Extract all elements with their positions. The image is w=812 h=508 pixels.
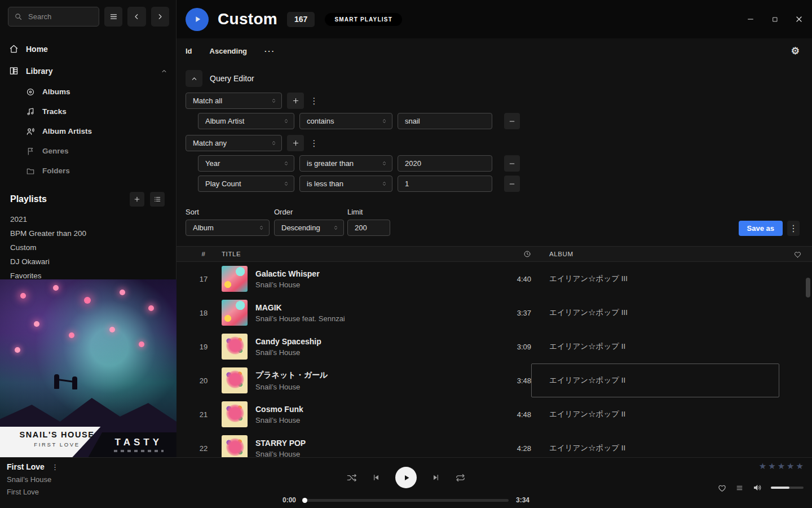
volume-icon[interactable] [752, 483, 762, 493]
rule-field-select[interactable]: Album Artist [198, 113, 294, 129]
column-header-duration[interactable] [495, 250, 531, 258]
save-as-button[interactable]: Save as [739, 221, 783, 236]
remove-rule-button[interactable] [504, 155, 520, 172]
rule-field-select[interactable]: Play Count [198, 176, 294, 192]
sort-select[interactable]: Album [186, 220, 270, 236]
previous-track-button[interactable] [372, 473, 381, 482]
collapse-caret-icon[interactable] [160, 67, 168, 75]
scrollbar-thumb[interactable] [806, 278, 810, 297]
playlist-item[interactable]: DJ Okawari [10, 255, 166, 269]
track-album[interactable]: エイリアン☆ポップ III [549, 308, 628, 318]
table-row[interactable]: 17 Galactic Whisper Snail’s House 4:40 エ… [176, 262, 812, 296]
more-options-button[interactable]: ··· [264, 47, 275, 55]
volume-slider[interactable] [771, 487, 804, 489]
rule-operator-select[interactable]: is greater than [299, 155, 392, 172]
track-title[interactable]: プラネット・ガール [255, 370, 328, 380]
track-title[interactable]: Galactic Whisper [255, 269, 320, 278]
limit-input[interactable] [347, 220, 390, 236]
table-header: # TITLE ALBUM [176, 246, 812, 262]
add-playlist-button[interactable] [130, 192, 144, 207]
play-pause-button[interactable] [395, 467, 417, 488]
playlist-item[interactable]: BPM Greater than 200 [10, 226, 166, 240]
sidebar-item-tracks[interactable]: Tracks [26, 102, 168, 121]
column-header-favorite[interactable] [779, 250, 802, 259]
add-rule-button[interactable] [287, 135, 304, 151]
repeat-button[interactable] [455, 472, 466, 483]
track-title[interactable]: STARRY POP [255, 439, 306, 448]
rule-value-input[interactable] [398, 155, 492, 172]
track-artist[interactable]: Snail’s House [255, 383, 328, 391]
sidebar-item-home[interactable]: Home [9, 38, 168, 60]
sort-field-button[interactable]: Id [186, 47, 192, 55]
nav-back-button[interactable] [127, 7, 145, 27]
star-icon[interactable]: ★ [787, 461, 794, 471]
rule-value-input[interactable] [398, 176, 492, 192]
match-all-select[interactable]: Match all [186, 93, 282, 109]
track-title[interactable]: Candy Spaceship [255, 337, 321, 346]
match-any-select[interactable]: Match any [186, 135, 282, 151]
track-artist[interactable]: Snail’s House [255, 416, 303, 424]
star-icon[interactable]: ★ [768, 461, 775, 471]
table-row[interactable]: 20 プラネット・ガール Snail’s House 3:48 エイリアン☆ポッ… [176, 364, 812, 397]
sidebar-item-albums[interactable]: Albums [26, 82, 168, 102]
table-row[interactable]: 18 MAGIK Snail’s House feat. Sennzai 3:3… [176, 296, 812, 330]
track-artist[interactable]: Snail’s House [255, 281, 320, 289]
column-header-index[interactable]: # [186, 251, 222, 257]
seek-bar[interactable] [303, 499, 509, 502]
group-options-button[interactable]: ⋮ [309, 135, 319, 151]
sidebar-item-genres[interactable]: Genres [26, 141, 168, 161]
window-maximize-button[interactable] [770, 15, 779, 24]
search-field[interactable] [27, 12, 83, 21]
seek-handle[interactable] [302, 498, 307, 503]
track-title[interactable]: MAGIK [255, 303, 345, 312]
column-header-title[interactable]: TITLE [222, 251, 495, 257]
figure-silhouette [54, 374, 59, 389]
table-row[interactable]: 19 Candy Spaceship Snail’s House 3:09 エイ… [176, 330, 812, 364]
star-icon[interactable]: ★ [759, 461, 766, 471]
search-input[interactable] [8, 7, 99, 27]
gear-icon[interactable]: ⚙ [791, 46, 800, 56]
queue-button[interactable] [735, 484, 744, 492]
next-track-button[interactable] [431, 473, 440, 482]
sort-direction-button[interactable]: Ascending [210, 47, 247, 55]
track-album[interactable]: エイリアン☆ポップ III [549, 274, 628, 284]
track-album[interactable]: エイリアン☆ポップ II [549, 409, 625, 419]
favorite-button[interactable] [717, 483, 727, 493]
window-minimize-button[interactable] [746, 15, 755, 24]
shuffle-button[interactable] [346, 472, 357, 483]
playlist-item[interactable]: 2021 [10, 212, 166, 226]
column-header-album[interactable]: ALBUM [531, 247, 779, 261]
remove-rule-button[interactable] [504, 176, 520, 192]
save-options-button[interactable]: ⋮ [787, 221, 800, 236]
playlist-list-button[interactable] [150, 192, 165, 207]
rule-field-select[interactable]: Year [198, 155, 294, 172]
artist-icon [26, 127, 35, 136]
add-rule-button[interactable] [287, 93, 304, 109]
sidebar-item-library[interactable]: Library [9, 60, 168, 82]
rating-stars[interactable]: ★★★★★ [759, 461, 804, 471]
table-row[interactable]: 21 Cosmo Funk Snail’s House 4:48 エイリアン☆ポ… [176, 397, 812, 431]
now-playing-album[interactable]: First Love [7, 488, 59, 496]
group-options-button[interactable]: ⋮ [309, 93, 319, 109]
menu-button[interactable] [104, 7, 122, 27]
track-album[interactable]: エイリアン☆ポップ II [549, 375, 625, 386]
query-editor-collapse-button[interactable] [186, 70, 202, 87]
rule-value-input[interactable] [398, 113, 492, 129]
remove-rule-button[interactable] [504, 113, 520, 129]
play-playlist-button[interactable] [186, 8, 209, 31]
track-artist[interactable]: Snail’s House feat. Sennzai [255, 314, 345, 323]
order-select[interactable]: Descending [274, 220, 344, 236]
nav-forward-button[interactable] [151, 7, 169, 27]
track-title[interactable]: Cosmo Funk [255, 405, 303, 414]
track-album[interactable]: エイリアン☆ポップ II [549, 443, 625, 453]
star-icon[interactable]: ★ [796, 461, 804, 471]
sidebar-item-album-artists[interactable]: Album Artists [26, 121, 168, 141]
star-icon[interactable]: ★ [778, 461, 785, 471]
window-close-button[interactable] [795, 15, 804, 24]
rule-operator-select[interactable]: contains [299, 113, 392, 129]
rule-operator-select[interactable]: is less than [299, 176, 392, 192]
playlist-item[interactable]: Custom [10, 240, 166, 255]
sidebar-item-folders[interactable]: Folders [26, 161, 168, 181]
track-album[interactable]: エイリアン☆ポップ II [549, 341, 625, 352]
track-artist[interactable]: Snail’s House [255, 348, 321, 357]
